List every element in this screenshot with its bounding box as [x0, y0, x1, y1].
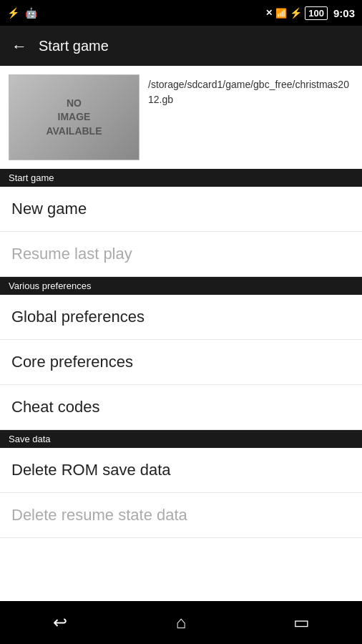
- status-bar-left-icons: ⚡ 🤖: [7, 7, 37, 19]
- usb-icon: ⚡: [7, 7, 19, 19]
- back-button[interactable]: [11, 36, 27, 56]
- global-preferences-item[interactable]: Global preferences: [0, 295, 362, 340]
- section-header-various-preferences: Various preferences: [0, 277, 362, 295]
- delete-resume-state-data-item[interactable]: Delete resume state data: [0, 493, 362, 538]
- resume-last-play-item[interactable]: Resume last play: [0, 232, 362, 277]
- cheat-codes-item[interactable]: Cheat codes: [0, 385, 362, 430]
- status-bar-right-icons: ✕ 📶 ⚡ 100 9:03: [265, 6, 355, 20]
- game-file-path: /storage/sdcard1/game/gbc_free/christmas…: [148, 74, 353, 107]
- signal-icon: 📶: [275, 8, 287, 19]
- status-bar: ⚡ 🤖 ✕ 📶 ⚡ 100 9:03: [0, 0, 362, 26]
- nav-bar: ↩ ⌂ ▭: [0, 601, 362, 644]
- nav-recent-button[interactable]: ▭: [273, 608, 331, 637]
- section-header-start-game: Start game: [0, 169, 362, 187]
- new-game-item[interactable]: New game: [0, 187, 362, 232]
- game-thumbnail: NO IMAGE AVAILABLE: [9, 74, 140, 160]
- android-icon: 🤖: [25, 7, 37, 19]
- content-area: NO IMAGE AVAILABLE /storage/sdcard1/game…: [0, 66, 362, 601]
- delete-rom-save-data-item[interactable]: Delete ROM save data: [0, 448, 362, 493]
- time-display: 9:03: [333, 7, 355, 19]
- no-image-label: NO IMAGE AVAILABLE: [46, 97, 102, 139]
- toolbar-title: Start game: [39, 38, 109, 54]
- toolbar: Start game: [0, 26, 362, 66]
- lightning-icon: ⚡: [290, 7, 302, 19]
- battery-level: 100: [305, 6, 328, 20]
- section-header-save-data: Save data: [0, 430, 362, 448]
- game-info-row: NO IMAGE AVAILABLE /storage/sdcard1/game…: [0, 66, 362, 169]
- sim-x-icon: ✕: [265, 8, 273, 18]
- core-preferences-item[interactable]: Core preferences: [0, 340, 362, 385]
- nav-back-button[interactable]: ↩: [31, 608, 89, 637]
- nav-home-button[interactable]: ⌂: [152, 608, 210, 637]
